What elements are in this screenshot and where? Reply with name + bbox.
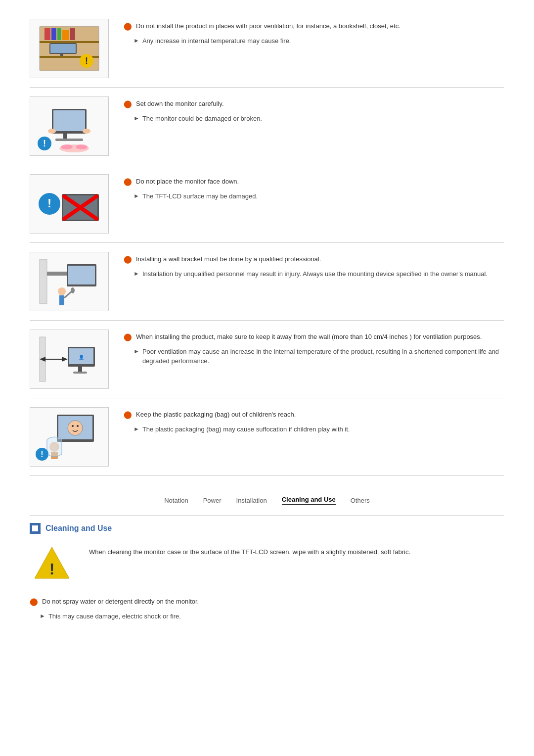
cleaning-section-header: Cleaning and Use xyxy=(30,523,504,534)
instruction-row-wallbracket: ⬤ Installing a wall bracket must be done… xyxy=(30,243,504,321)
main-text: Do not place the monitor face down. xyxy=(136,177,239,187)
sub-text: The TFT-LCD surface may be damaged. xyxy=(142,191,258,201)
cleaning-intro-row: ! When cleaning the monitor case or the … xyxy=(30,540,504,592)
svg-point-51 xyxy=(72,425,74,427)
nav-others[interactable]: Others xyxy=(351,497,370,504)
svg-point-37 xyxy=(71,287,75,293)
sub-text: Any increase in internal temperature may… xyxy=(142,36,291,46)
nav-cleaning-and-use[interactable]: Cleaning and Use xyxy=(282,496,336,505)
image-bookshelf: ! xyxy=(30,19,109,78)
section-divider xyxy=(30,515,504,516)
cleaning-item-main-text: Do not spray water or detergent directly… xyxy=(42,597,199,607)
instruction-row-keepaway: 👤 ⬤ When installing the product, make su… xyxy=(30,321,504,398)
bullet-icon: ⬤ xyxy=(124,332,132,341)
svg-text:!: ! xyxy=(43,139,46,148)
svg-point-52 xyxy=(77,425,79,427)
main-text: Set down the monitor carefully. xyxy=(136,99,224,109)
svg-text:!: ! xyxy=(85,56,88,66)
image-setdown: ! xyxy=(30,96,109,156)
image-wallbracket xyxy=(30,252,109,311)
svg-rect-44 xyxy=(78,367,82,372)
cleaning-intro-paragraph: When cleaning the monitor case or the su… xyxy=(89,547,504,558)
cleaning-item-row: ⬤ Do not spray water or detergent direct… xyxy=(30,592,504,626)
main-text: Installing a wall bracket must be done b… xyxy=(136,254,321,264)
svg-point-50 xyxy=(68,421,83,435)
main-text: When installing the product, make sure t… xyxy=(136,332,482,342)
bullet-icon: ⬤ xyxy=(124,177,132,186)
svg-rect-6 xyxy=(62,30,69,40)
nav-notation[interactable]: Notation xyxy=(164,497,188,504)
instruction-text-setdown: ⬤ Set down the monitor carefully. ► The … xyxy=(124,96,504,123)
warning-triangle-svg: ! xyxy=(32,545,72,582)
svg-rect-1 xyxy=(40,41,99,43)
instruction-row-setdown: ! ⬤ Set down the monitor carefully. ► Th… xyxy=(30,88,504,165)
svg-rect-33 xyxy=(68,266,95,284)
bullet-icon: ⬤ xyxy=(124,255,132,264)
main-text: Keep the plastic packaging (bag) out of … xyxy=(136,410,296,420)
svg-rect-10 xyxy=(60,54,63,56)
warning-triangle-box: ! xyxy=(30,545,74,582)
instruction-text-facedown: ⬤ Do not place the monitor face down. ► … xyxy=(124,174,504,201)
sub-bullet-icon: ► xyxy=(40,613,45,619)
image-keepaway: 👤 xyxy=(30,330,109,389)
cleaning-item-sub-text: This may cause damage, electric shock or… xyxy=(48,612,181,621)
svg-rect-14 xyxy=(53,110,85,131)
svg-rect-7 xyxy=(70,28,75,40)
svg-rect-45 xyxy=(73,372,87,374)
instruction-text-keepaway: ⬤ When installing the product, make sure… xyxy=(124,330,504,366)
instruction-text-plasticbag: ⬤ Keep the plastic packaging (bag) out o… xyxy=(124,407,504,434)
sub-text: The monitor could be damaged or broken. xyxy=(142,114,262,124)
nav-installation[interactable]: Installation xyxy=(236,497,267,504)
svg-point-22 xyxy=(61,144,73,149)
svg-rect-5 xyxy=(57,28,61,40)
svg-marker-41 xyxy=(62,357,68,362)
main-text: Do not install the product in places wit… xyxy=(136,21,400,31)
svg-text:!: ! xyxy=(49,560,55,578)
svg-rect-4 xyxy=(51,28,56,40)
sub-text: The plastic packaging (bag) may cause su… xyxy=(142,425,350,434)
svg-rect-15 xyxy=(63,134,67,139)
bullet-icon: ⬤ xyxy=(124,410,132,419)
svg-rect-30 xyxy=(40,259,47,304)
svg-rect-9 xyxy=(50,44,76,53)
cleaning-intro-text: When cleaning the monitor case or the su… xyxy=(89,545,504,558)
sub-text: Poor ventilation may cause an increase i… xyxy=(142,347,504,366)
bullet-icon: ⬤ xyxy=(124,22,132,31)
bullet-icon: ⬤ xyxy=(124,99,132,108)
nav-power[interactable]: Power xyxy=(203,497,222,504)
svg-rect-35 xyxy=(59,295,64,305)
svg-text:!: ! xyxy=(47,196,51,210)
svg-rect-16 xyxy=(55,139,83,141)
sub-bullet-icon: ► xyxy=(134,192,139,199)
svg-text:!: ! xyxy=(41,450,43,459)
svg-rect-3 xyxy=(44,28,50,40)
sub-bullet-icon: ► xyxy=(134,270,139,277)
navigation-bar: Notation Power Installation Cleaning and… xyxy=(30,486,504,513)
instruction-row-plasticbag: ! ⬤ Keep the plastic packaging (bag) out… xyxy=(30,398,504,476)
image-plasticbag: ! xyxy=(30,407,109,467)
svg-rect-31 xyxy=(47,272,67,276)
sub-text: Installation by unqualified personnel ma… xyxy=(142,269,488,279)
cleaning-section-title: Cleaning and Use xyxy=(45,524,112,533)
sub-bullet-icon: ► xyxy=(134,115,139,122)
sub-bullet-icon: ► xyxy=(134,37,139,44)
instruction-text-ventilation: ⬤ Do not install the product in places w… xyxy=(124,19,504,46)
svg-point-18 xyxy=(83,129,90,134)
svg-point-34 xyxy=(58,287,66,295)
sub-bullet-icon: ► xyxy=(134,348,139,355)
instruction-row-facedown: ! ⬤ Do not place the monitor face down. … xyxy=(30,165,504,243)
instruction-row-ventilation: ! ⬤ Do not install the product in places… xyxy=(30,10,504,88)
page-content: ! ⬤ Do not install the product in places… xyxy=(0,0,534,636)
image-facedown: ! xyxy=(30,174,109,234)
svg-point-17 xyxy=(48,129,56,134)
svg-point-23 xyxy=(76,144,88,149)
bullet-icon: ⬤ xyxy=(30,597,38,606)
section-icon-inner xyxy=(32,525,38,531)
sub-bullet-icon: ► xyxy=(134,425,139,432)
section-icon-cleaning xyxy=(30,523,41,534)
instruction-text-wallbracket: ⬤ Installing a wall bracket must be done… xyxy=(124,252,504,279)
svg-text:👤: 👤 xyxy=(79,354,85,360)
